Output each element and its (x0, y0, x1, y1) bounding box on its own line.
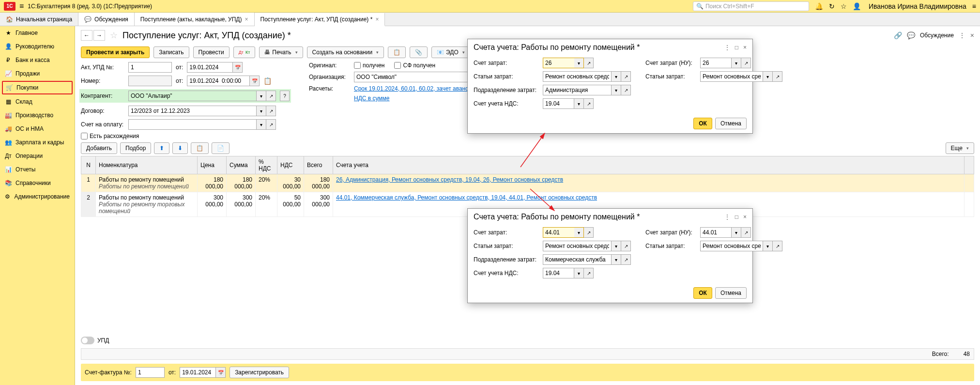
edo-button[interactable]: 📧 ЭДО (431, 46, 470, 58)
help-icon[interactable]: ? (280, 91, 290, 101)
open-icon[interactable]: ↗ (584, 58, 594, 68)
open-icon[interactable]: ↗ (621, 254, 631, 265)
dropdown-icon[interactable]: ▾ (257, 119, 266, 130)
copy-button[interactable]: 📋 (191, 142, 209, 154)
related-button[interactable]: 📋 (388, 46, 406, 58)
star-icon[interactable]: ☆ (841, 2, 847, 10)
favorite-icon[interactable]: ☆ (110, 30, 118, 41)
sidebar-item-refs[interactable]: 📚Справочники (0, 176, 75, 190)
sidebar-item-production[interactable]: 🏭Производство (0, 108, 75, 122)
discrepancy-checkbox[interactable]: Есть расхождения (81, 133, 139, 139)
open-icon[interactable]: ↗ (584, 227, 594, 238)
cost-item-input[interactable] (543, 241, 612, 251)
close-icon[interactable]: × (743, 44, 747, 51)
sidebar-item-sales[interactable]: 📈Продажи (0, 67, 75, 80)
open-icon[interactable]: ↗ (266, 106, 276, 116)
ok-button[interactable]: ОК (693, 118, 712, 129)
open-icon[interactable]: ↗ (266, 119, 276, 130)
org-input[interactable] (354, 72, 485, 82)
open-icon[interactable]: ↗ (773, 241, 782, 251)
dropdown-icon[interactable]: ▾ (612, 241, 621, 251)
cost-item-nu-input[interactable] (700, 71, 763, 82)
tab-receipts[interactable]: Поступление (акты, накладные, УПД) × (135, 13, 255, 26)
sidebar-item-manager[interactable]: 👤Руководителю (0, 40, 75, 53)
open-icon[interactable]: ↗ (621, 85, 631, 95)
cost-item-nu-input[interactable] (700, 241, 763, 251)
sidebar-item-warehouse[interactable]: ▦Склад (0, 95, 75, 108)
dropdown-icon[interactable]: ▾ (612, 85, 621, 95)
tab-receipt-create[interactable]: Поступление услуг: Акт, УПД (создание) *… (255, 13, 385, 26)
tab-discussions[interactable]: 💬 Обсуждения (78, 13, 135, 26)
cost-item-input[interactable] (543, 71, 612, 82)
tab-home[interactable]: 🏠 Начальная страница (0, 13, 78, 26)
invoice-date-input[interactable] (180, 367, 216, 378)
col-n[interactable]: N (81, 156, 96, 174)
kebab-icon[interactable]: ⋮ (959, 31, 965, 39)
discussion-link[interactable]: Обсуждение (920, 32, 954, 39)
dropdown-icon[interactable]: ▾ (574, 58, 584, 68)
ok-button[interactable]: ОК (693, 287, 712, 299)
sidebar-item-operations[interactable]: ДтОперации (0, 149, 75, 163)
received-checkbox[interactable]: получен (354, 62, 384, 69)
dropdown-icon[interactable]: ▾ (574, 268, 584, 278)
invoice-no-input[interactable] (136, 367, 165, 378)
sidebar-item-main[interactable]: ★Главное (0, 26, 75, 40)
cost-acc-input[interactable] (543, 58, 574, 68)
vat-acc-input[interactable] (543, 268, 574, 278)
open-icon[interactable]: ↗ (584, 98, 594, 109)
dropdown-icon[interactable]: ▾ (763, 71, 773, 82)
post-close-button[interactable]: Провести и закрыть (81, 46, 150, 58)
maximize-icon[interactable]: □ (735, 214, 738, 220)
accounts-link[interactable]: 26, Администрация, Ремонт основных средс… (336, 176, 563, 183)
sf-received-checkbox[interactable]: СФ получен (394, 62, 435, 69)
select-button[interactable]: Подбор (120, 142, 151, 154)
vat-link[interactable]: НДС в сумме (354, 95, 390, 102)
kebab-icon[interactable]: ⋮ (724, 214, 730, 220)
cost-acc-nu-input[interactable] (700, 227, 732, 238)
more-button[interactable]: Еще (946, 142, 974, 154)
open-icon[interactable]: ↗ (621, 241, 631, 251)
user-name[interactable]: Иванова Ирина Владимировна (869, 2, 966, 10)
cost-acc-input[interactable] (543, 227, 574, 238)
number-input[interactable] (128, 76, 172, 86)
open-icon[interactable]: ↗ (741, 227, 751, 238)
close-icon[interactable]: × (743, 214, 747, 220)
add-button[interactable]: Добавить (81, 142, 117, 154)
accounts-link[interactable]: 44.01, Коммерческая служба, Ремонт основ… (336, 194, 597, 201)
cost-acc-nu-input[interactable] (700, 58, 732, 68)
contractor-input[interactable] (128, 91, 257, 101)
bell-icon[interactable]: 🔔 (815, 2, 823, 10)
open-icon[interactable]: ↗ (584, 268, 594, 278)
calendar-icon[interactable]: 📅 (233, 62, 243, 73)
dropdown-icon[interactable]: ▾ (763, 241, 773, 251)
contract-input[interactable] (128, 106, 257, 116)
maximize-icon[interactable]: □ (735, 44, 738, 51)
dropdown-icon[interactable]: ▾ (732, 227, 741, 238)
dropdown-icon[interactable]: ▾ (574, 98, 584, 109)
close-icon[interactable]: × (970, 31, 974, 39)
post-button[interactable]: Провести (193, 46, 230, 58)
dtkt-button[interactable]: ДтКт (233, 46, 256, 58)
dropdown-icon[interactable]: ▾ (612, 254, 621, 265)
paste-button[interactable]: 📄 (212, 142, 230, 154)
col-vat-pct[interactable]: % НДС (256, 156, 277, 174)
history-icon[interactable]: ↻ (829, 2, 835, 10)
act-date-input[interactable] (187, 62, 233, 73)
nav-forward[interactable]: → (93, 30, 105, 41)
register-button[interactable]: Зарегистрировать (230, 367, 289, 378)
link-icon[interactable]: 🔗 (894, 31, 902, 39)
vat-acc-input[interactable] (543, 98, 574, 109)
col-price[interactable]: Цена (198, 156, 227, 174)
dropdown-icon[interactable]: ▾ (732, 58, 741, 68)
sidebar-item-assets[interactable]: 🚚ОС и НМА (0, 122, 75, 136)
col-accounts[interactable]: Счета учета (333, 156, 965, 174)
col-total[interactable]: Всего (304, 156, 333, 174)
sidebar-item-purchases[interactable]: 🛒Покупки (2, 81, 73, 94)
sidebar-item-reports[interactable]: 📊Отчеты (0, 163, 75, 176)
dropdown-icon[interactable]: ▾ (257, 91, 266, 101)
kebab-icon[interactable]: ⋮ (724, 44, 730, 51)
open-icon[interactable]: ↗ (773, 71, 782, 82)
settings-icon[interactable]: ≡ (972, 2, 976, 10)
upd-toggle[interactable] (81, 337, 94, 344)
cancel-button[interactable]: Отмена (715, 118, 747, 129)
